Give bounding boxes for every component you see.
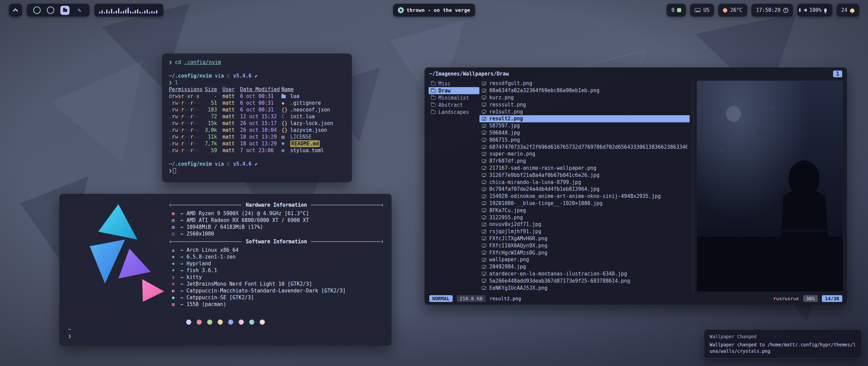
arrow-glyph: → — [180, 210, 183, 217]
music-disc-icon — [398, 7, 404, 13]
list-position-badge: 14/38 — [822, 295, 842, 302]
mode-badge: NORMAL — [429, 295, 453, 302]
file-item[interactable]: 596848.jpg — [479, 129, 690, 137]
fetch-item-terminal: ▯→kitty — [170, 274, 383, 281]
preview-image — [697, 81, 843, 291]
folder-icon — [431, 89, 436, 93]
file-item[interactable]: resssult.png — [479, 101, 690, 108]
file-item[interactable]: 154928-odinokoe_anime-art-anime-okno-sin… — [479, 193, 690, 200]
file-item[interactable]: super-mario.png — [479, 150, 690, 158]
tab-badge[interactable]: 1 — [833, 70, 842, 77]
volume-module[interactable]: 100% — [797, 4, 832, 17]
file-name: 20492984.jpg — [489, 264, 526, 270]
file-name: super-mario.png — [489, 151, 535, 157]
workspace-button-2[interactable] — [47, 6, 54, 14]
file-item[interactable]: 217167-sad-anime-rain-wallpaper.png — [479, 165, 690, 172]
notification-count: 24 — [841, 7, 847, 13]
launcher-button[interactable] — [9, 4, 22, 17]
file-item[interactable]: kurz.png — [479, 94, 690, 101]
file-item[interactable]: 866715.png — [479, 136, 690, 143]
file-item[interactable]: rsjqojlmjhf91.jpg — [479, 228, 690, 235]
file-item[interactable]: 19201080-__blue-tinge__-1920×1080.jpg — [479, 200, 690, 207]
palette-dot — [218, 320, 223, 325]
topbar-left: ✎ — [9, 4, 163, 17]
file-item[interactable]: nnvuv0xj2df71.jpg — [479, 221, 690, 228]
notification-title: Wallpaper Changed — [710, 333, 856, 340]
sidebar-folder-abstract[interactable]: Abstract — [429, 101, 479, 108]
listing-row: drwxr-xr-x-matt6 oct 00:31lua — [169, 93, 345, 100]
statusbar-filename: result2.png — [490, 296, 521, 301]
sidebar-folder-minimalist[interactable]: Minimalist — [429, 94, 479, 101]
file-item[interactable]: 0c794faf07de24a4db4d4fb1eb813964.jpg — [479, 186, 690, 193]
keyboard-layout-module[interactable]: US — [690, 4, 714, 17]
image-file-icon — [482, 145, 486, 149]
file-item[interactable]: 3126f7e9bbf21a8a4af0b67b041c6e26.jpg — [479, 171, 690, 179]
sidebar-folder-landscapes[interactable]: Landscapes — [429, 108, 479, 116]
arrow-glyph: → — [180, 267, 183, 274]
folder-label: Landscapes — [438, 109, 469, 115]
palette-dot — [197, 320, 202, 325]
fetch-item-label: Catppuccin-SE [GTK2/3] — [186, 294, 254, 301]
file-item[interactable]: EeNKYgIUcAAJ5JX.png — [479, 284, 690, 291]
weather-module[interactable]: 26°C — [718, 4, 747, 17]
fetch-item-label: Catppuccin-Macchiato-Standard-Lavender-D… — [186, 287, 346, 294]
file-item[interactable]: 8FKa7Cu.jpeg — [479, 207, 690, 214]
distro-logo — [68, 200, 170, 316]
file-item[interactable]: FXfcJlTXgAMvH6R.png — [479, 235, 690, 242]
updates-count: 0 — [671, 7, 674, 13]
graph-bar — [118, 8, 119, 14]
arrow-glyph: → — [180, 301, 183, 308]
terminal-window[interactable]: ❯ cd .config/nvim ~/.config/nvim via ☾ v… — [162, 54, 352, 182]
file-item[interactable]: 08a634fa02a32364f69ebc86a98eb1eb.png — [479, 87, 690, 94]
image-file-icon — [482, 244, 486, 247]
image-file-icon — [482, 89, 486, 93]
image-file-icon — [482, 131, 486, 135]
workspace-button-4[interactable]: ✎ — [76, 6, 83, 14]
file-item[interactable]: 68747470733a2f2f696d616765732d7769786d70… — [479, 143, 690, 150]
file-item[interactable]: ressdfgult.png — [479, 80, 690, 87]
file-item[interactable]: re1sult.png — [479, 108, 690, 115]
palette-dot — [186, 320, 191, 325]
file-item[interactable]: 3122955.png — [479, 214, 690, 221]
media-player-widget[interactable]: thrown - on the verge — [393, 4, 475, 17]
folder-label: Minimalist — [438, 95, 469, 101]
listing-row: .rw-r--r--59matt7 oct 23:06⚙stylua.toml — [169, 147, 345, 154]
layout-label: US — [703, 7, 709, 13]
sidebar-folder-misc[interactable]: Misc — [429, 80, 479, 87]
file-item[interactable]: chica-mirando-la-luna-8799.jpg — [479, 179, 690, 186]
prompt-path: ~ — [68, 326, 383, 333]
file-item[interactable]: 5a266e448add93deab367d87173e9f25-6837886… — [479, 277, 690, 284]
updates-module[interactable]: 0 — [667, 4, 686, 17]
graph-bar — [120, 12, 122, 14]
fetch-item-kernel: ◈→6.5.8-zen1-1-zen — [170, 253, 383, 260]
fetch-item-wm: ❖→Hyprland — [170, 260, 383, 267]
prompt-char[interactable]: ❯ — [68, 333, 383, 340]
notifications-module[interactable]: 24 — [836, 4, 859, 17]
workspace-button-1[interactable] — [33, 6, 41, 14]
graph-bar — [139, 12, 141, 14]
fetch-item-shell: ♦→fish 3.6.1 — [170, 267, 383, 274]
file-item[interactable]: result2.png — [479, 115, 690, 122]
markdown-icon: ▼ — [281, 140, 290, 147]
clock-module[interactable]: 17:50:29 — [751, 4, 793, 17]
file-name: FXfcII0X0AQyn9X.png — [489, 243, 548, 249]
file-item[interactable]: FXfcHgcWIAMzs0G.png — [479, 249, 690, 256]
os-icon: ▲ — [170, 247, 177, 253]
prompt-input-line[interactable]: ❯ — [169, 167, 345, 174]
file-manager-window[interactable]: ~/Imagenes/Wallpapers/Draw 1 MiscDrawMin… — [425, 67, 847, 305]
file-name: 154928-odinokoe_anime-art-anime-okno-sin… — [489, 193, 661, 199]
file-item[interactable]: 20492984.jpg — [479, 263, 690, 270]
file-item[interactable]: wallpaper.png — [479, 256, 690, 263]
folder-icon — [431, 103, 436, 107]
fastfetch-window[interactable]: Hardware Information ▣→AMD Ryzen 9 5900X… — [59, 194, 392, 346]
file-item[interactable]: atardecer-en-la-montanas-ilustracion-634… — [479, 270, 690, 278]
notification-toast[interactable]: Wallpaper Changed Wallpaper changed to /… — [704, 329, 862, 359]
listing-row: .rw-r--r--15kmatt26 oct 15:17{}lazy-lock… — [169, 120, 345, 127]
file-item[interactable]: 87r687df.png — [479, 158, 690, 165]
workspace-button-3[interactable] — [60, 6, 70, 15]
file-item[interactable]: FXfcII0X0AQyn9X.png — [479, 242, 690, 249]
system-graph-widget[interactable] — [94, 4, 163, 17]
file-item[interactable]: 587597.jpg — [479, 122, 690, 129]
sidebar-folder-draw[interactable]: Draw — [429, 87, 479, 94]
image-file-icon — [482, 96, 486, 99]
